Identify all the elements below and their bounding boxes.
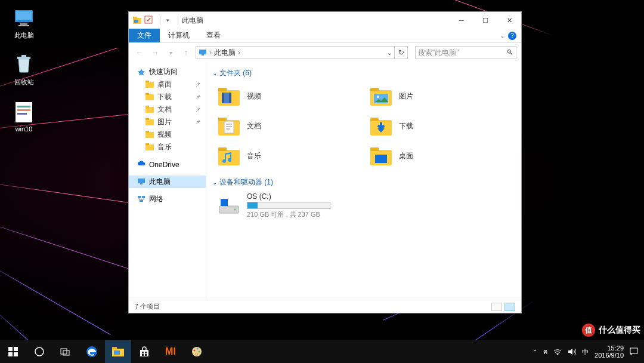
mi-tray-icon[interactable]: ฅ [543, 346, 547, 357]
nav-music[interactable]: 音乐 [129, 141, 206, 153]
svg-rect-56 [221, 199, 228, 206]
task-view-button[interactable] [52, 340, 79, 363]
titlebar[interactable]: ▾ 此电脑 ─ ☐ ✕ [129, 12, 521, 29]
maximize-button[interactable]: ☐ [473, 12, 497, 29]
ime-indicator[interactable]: 中 [582, 347, 589, 356]
network-icon [137, 195, 145, 204]
address-dropdown-icon[interactable]: ⌄ [387, 50, 392, 56]
nav-this-pc[interactable]: 此电脑 [129, 176, 206, 188]
svg-rect-3 [18, 25, 29, 26]
taskbar-mi[interactable]: MI [157, 340, 184, 363]
taskbar-store[interactable] [131, 340, 157, 363]
svg-rect-6 [16, 102, 32, 122]
folder-downloads[interactable]: 下载 [369, 113, 515, 139]
desktop[interactable]: 此电脑 回收站 win10 ▾ 此电脑 ─ ☐ ✕ 文件 [0, 0, 644, 363]
refresh-button[interactable]: ↻ [395, 46, 408, 59]
svg-rect-69 [140, 350, 148, 356]
drive-c[interactable]: OS (C:) 210 GB 可用 , 共 237 GB [217, 192, 515, 219]
svg-rect-15 [202, 54, 204, 56]
svg-rect-26 [145, 144, 154, 150]
view-tiles-button[interactable] [504, 303, 515, 311]
tray-expand-icon[interactable]: ⌃ [532, 349, 537, 355]
nav-pictures[interactable]: 图片📌︎ [129, 116, 206, 128]
close-button[interactable]: ✕ [497, 12, 521, 29]
up-button[interactable]: ↑ [180, 47, 192, 59]
nav-documents[interactable]: 文档📌︎ [129, 103, 206, 116]
wifi-icon[interactable] [553, 348, 562, 355]
ribbon-expand-icon[interactable]: ⌄ [500, 32, 504, 39]
desktop-icon-win10[interactable]: win10 [6, 101, 42, 133]
folder-documents[interactable]: 文档 [217, 113, 363, 139]
nav-quick-access[interactable]: 快速访问 [129, 66, 206, 78]
item-count: 7 个项目 [135, 302, 160, 311]
svg-rect-9 [17, 113, 27, 115]
desktop-folder-icon [369, 144, 393, 168]
desktop-icon-recycle-bin[interactable]: 回收站 [6, 54, 42, 87]
svg-rect-28 [138, 179, 145, 183]
breadcrumb[interactable]: › 此电脑 › ⌄ [196, 46, 395, 59]
notifications-button[interactable] [630, 347, 638, 356]
navigation-pane: 快速访问 桌面📌︎ 下载📌︎ 文档📌︎ 图片📌︎ 视频 音乐 OneDrive … [129, 62, 206, 300]
nav-onedrive[interactable]: OneDrive [129, 158, 206, 171]
tab-computer[interactable]: 计算机 [160, 29, 198, 42]
svg-rect-37 [229, 93, 231, 103]
svg-rect-80 [630, 348, 637, 353]
svg-point-78 [196, 353, 198, 355]
folder-icon [145, 118, 154, 127]
svg-rect-24 [145, 132, 154, 138]
svg-rect-64 [63, 350, 69, 355]
svg-rect-58 [8, 347, 13, 351]
svg-rect-51 [218, 147, 227, 151]
folder-icon [145, 106, 154, 114]
view-details-button[interactable] [491, 303, 502, 311]
folder-music[interactable]: 音乐 [217, 143, 363, 169]
back-button[interactable]: ← [134, 47, 145, 59]
svg-rect-44 [224, 121, 234, 133]
svg-rect-20 [145, 107, 154, 113]
start-button[interactable] [0, 340, 26, 363]
group-folders[interactable]: ⌄文件夹 (6) [212, 68, 515, 78]
drive-usage-bar [247, 202, 330, 209]
taskbar-edge[interactable] [79, 340, 105, 363]
svg-rect-49 [370, 118, 379, 121]
tab-view[interactable]: 查看 [198, 29, 229, 42]
svg-rect-25 [145, 131, 149, 133]
folder-icon [145, 81, 154, 89]
forward-button[interactable]: → [149, 47, 161, 59]
folder-pictures[interactable]: 图片 [369, 83, 515, 109]
search-input[interactable]: 搜索"此电脑" 🔍︎ [415, 46, 516, 59]
svg-rect-34 [218, 88, 227, 91]
desktop-icon-this-pc[interactable]: 此电脑 [6, 7, 42, 40]
svg-rect-61 [14, 352, 18, 356]
file-explorer-window: ▾ 此电脑 ─ ☐ ✕ 文件 计算机 查看 ⌄ ? ← → ▾ ↑ [128, 11, 522, 313]
taskbar-explorer[interactable] [105, 340, 131, 363]
computer-small-icon [199, 49, 207, 56]
svg-point-41 [377, 96, 379, 98]
svg-point-57 [234, 208, 236, 210]
group-devices[interactable]: ⌄设备和驱动器 (1) [212, 177, 515, 187]
svg-rect-63 [61, 349, 67, 354]
tab-file[interactable]: 文件 [129, 29, 160, 42]
cortana-button[interactable] [26, 340, 52, 363]
nav-downloads[interactable]: 下载📌︎ [129, 91, 206, 103]
svg-rect-5 [21, 55, 26, 57]
properties-icon[interactable] [144, 16, 154, 25]
help-button[interactable]: ? [508, 32, 516, 40]
svg-point-77 [199, 351, 200, 353]
taskbar-paint[interactable] [184, 340, 210, 363]
recent-dropdown[interactable]: ▾ [165, 47, 177, 59]
nav-desktop[interactable]: 桌面📌︎ [129, 78, 206, 91]
nav-network[interactable]: 网络 [129, 193, 206, 205]
minimize-button[interactable]: ─ [450, 12, 473, 29]
volume-icon[interactable] [568, 348, 576, 355]
folder-videos[interactable]: 视频 [217, 83, 363, 109]
clock[interactable]: 15:29 2016/9/10 [595, 344, 624, 359]
svg-rect-50 [218, 150, 240, 165]
nav-videos[interactable]: 视频 [129, 128, 206, 141]
svg-point-79 [557, 354, 558, 355]
qat-dropdown-icon[interactable]: ▾ [166, 17, 169, 23]
watermark-badge: 值 [582, 324, 595, 337]
explorer-icon [132, 16, 142, 25]
folder-desktop[interactable]: 桌面 [369, 143, 515, 169]
svg-point-76 [197, 348, 199, 350]
